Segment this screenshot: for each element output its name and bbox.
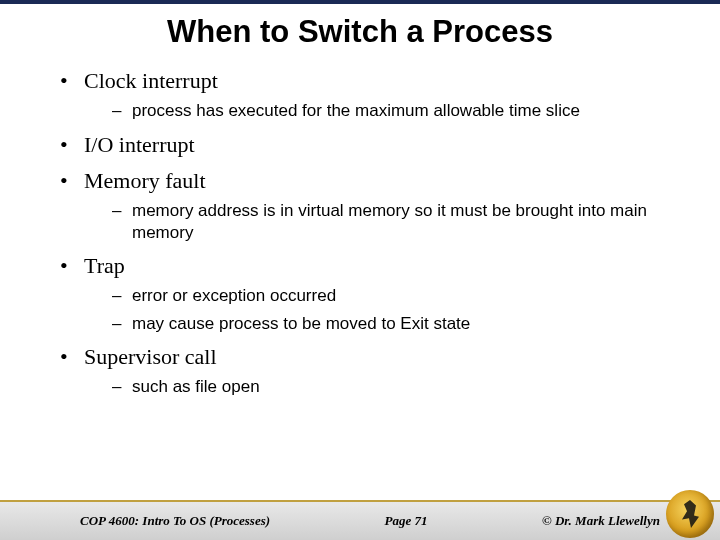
sub-item: such as file open (112, 376, 680, 397)
bullet-item: Clock interrupt process has executed for… (60, 68, 680, 122)
slide-content: Clock interrupt process has executed for… (0, 68, 720, 397)
bullet-item: Supervisor call such as file open (60, 344, 680, 398)
footer: COP 4600: Intro To OS (Processes) Page 7… (0, 500, 720, 540)
sub-list: memory address is in virtual memory so i… (112, 200, 680, 243)
bullet-item: I/O interrupt (60, 132, 680, 158)
footer-course: COP 4600: Intro To OS (Processes) (80, 513, 270, 529)
bullet-list: Clock interrupt process has executed for… (60, 68, 680, 397)
sub-item: process has executed for the maximum all… (112, 100, 680, 121)
bullet-text: Trap (84, 253, 125, 278)
bullet-item: Memory fault memory address is in virtua… (60, 168, 680, 243)
footer-page: Page 71 (385, 513, 428, 529)
slide: When to Switch a Process Clock interrupt… (0, 0, 720, 540)
sub-list: process has executed for the maximum all… (112, 100, 680, 121)
sub-item: error or exception occurred (112, 285, 680, 306)
bullet-item: Trap error or exception occurred may cau… (60, 253, 680, 334)
slide-title: When to Switch a Process (0, 4, 720, 58)
bullet-text: Supervisor call (84, 344, 217, 369)
sub-list: error or exception occurred may cause pr… (112, 285, 680, 334)
bullet-text: Clock interrupt (84, 68, 218, 93)
bullet-text: I/O interrupt (84, 132, 195, 157)
bullet-text: Memory fault (84, 168, 206, 193)
sub-list: such as file open (112, 376, 680, 397)
sub-item: memory address is in virtual memory so i… (112, 200, 680, 243)
footer-copyright: © Dr. Mark Llewellyn (542, 513, 660, 529)
ucf-logo-icon (666, 490, 714, 538)
sub-item: may cause process to be moved to Exit st… (112, 313, 680, 334)
